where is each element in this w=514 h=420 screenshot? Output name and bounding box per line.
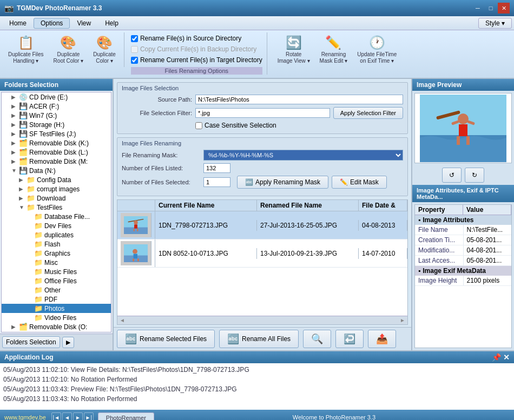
tree-item[interactable]: ▶💾ACER (F:) (2, 102, 111, 111)
extra-action-btn3[interactable]: 📤 (368, 330, 396, 348)
rotate-left-button[interactable]: ↺ (442, 168, 462, 183)
renaming-title: Image Files Renaming (122, 140, 403, 146)
minimize-button[interactable]: ─ (472, 3, 484, 14)
rotate-image-view-button[interactable]: 🔄 Rotate Image View ▾ (274, 32, 314, 67)
ribbon-group-tools: 🔄 Rotate Image View ▾ ✏️ Renaming Mask E… (274, 32, 405, 67)
update-filetime-button[interactable]: 🕐 Update FileTime on Exif Time ▾ (353, 32, 400, 67)
menu-options[interactable]: Options (34, 18, 70, 29)
tree-expander: ▶ (19, 195, 27, 201)
tree-item[interactable]: 📁Database File... (2, 212, 111, 221)
tree-item[interactable]: 📁PDF (2, 295, 111, 304)
tree-item[interactable]: 📁Dev Files (2, 221, 111, 230)
apply-filter-button[interactable]: Apply Selection Filter (333, 107, 403, 119)
collapse-icon-exif: ▪ (418, 267, 420, 275)
rename-target-checkbox-label[interactable]: Rename Current File(s) in Target Directo… (131, 55, 262, 65)
tree-item[interactable]: ▶📁Config Data (2, 175, 111, 184)
attributes-header: Image Attributes, Exif & IPTC MetaDa... (412, 185, 514, 202)
tree-item[interactable]: ▶🗂️Removable Disk (M: (2, 157, 111, 166)
case-sensitive-checkbox[interactable] (195, 122, 202, 129)
extra-action-btn1[interactable]: 🔍 (303, 330, 331, 348)
tree-item[interactable]: ▶💾Downloaded (Q:) (2, 331, 111, 332)
svg-rect-10 (134, 254, 137, 259)
style-button[interactable]: Style ▾ (478, 18, 512, 29)
tree-item-label: Config Data (37, 176, 71, 184)
apply-mask-button[interactable]: 🔤 Apply Renaming Mask (237, 176, 328, 189)
nav-next-button[interactable]: ► (73, 412, 83, 420)
file-table-body[interactable]: 1DN_7798-072713.JPG 27-Jul-2013-16-25-05… (117, 211, 407, 316)
rotate-right-button[interactable]: ↻ (465, 168, 484, 183)
files-selected-input[interactable] (203, 177, 230, 187)
tree-item-label: Other (44, 286, 61, 294)
tree-item[interactable]: 📁Photos (2, 304, 111, 313)
copy-backup-checkbox-label[interactable]: Copy Current File(s) in Backup Directory (131, 44, 262, 54)
attrs-group-exif: ▪ Image Exif MetaData (415, 266, 511, 276)
tree-item[interactable]: 📁Flash (2, 239, 111, 249)
filter-input[interactable] (195, 108, 330, 118)
property-col-header: Property (415, 205, 463, 215)
tree-item[interactable]: ▶🗂️Removable Disk (L:) (2, 148, 111, 157)
tree-item[interactable]: ▼📁TestFiles (2, 203, 111, 212)
tree-item[interactable]: 📁duplicates (2, 230, 111, 239)
mask-select[interactable]: %d-%b-%Y-%H-%M-%S (203, 150, 403, 161)
tree-item[interactable]: 📁Misc (2, 258, 111, 267)
copy-backup-checkbox[interactable] (131, 46, 138, 53)
tree-item[interactable]: ▶📁Download (2, 194, 111, 203)
folder-icon: 📁 (34, 295, 43, 303)
tree-item[interactable]: ▶📁corrupt images (2, 184, 111, 194)
table-row[interactable]: 1DN_7798-072713.JPG 27-Jul-2013-16-25-05… (117, 211, 407, 239)
rename-selected-button[interactable]: 🔤 Rename Selected Files (117, 330, 215, 348)
duplicate-files-icon: 📋 (18, 35, 34, 50)
extra-action-btn2[interactable]: ↩️ (335, 330, 364, 348)
sidebar-bottom: Folders Selection ▶ (0, 334, 113, 350)
website-link[interactable]: www.tgmdev.be (0, 414, 50, 420)
duplicate-files-button[interactable]: 📋 Duplicate Files Handling ▾ (4, 32, 48, 67)
tree-item[interactable]: ▶💾SF TestFiles (J:) (2, 129, 111, 138)
sidebar-nav-right[interactable]: ▶ (62, 337, 74, 348)
rename-source-checkbox[interactable] (131, 35, 138, 42)
folders-selection-btn[interactable]: Folders Selection (2, 336, 60, 348)
edit-mask-button[interactable]: ✏️ Edit Mask (332, 176, 387, 189)
tree-item-label: Music Files (44, 268, 77, 276)
nav-last-button[interactable]: ►| (84, 412, 94, 420)
tree-item[interactable]: ▶🗂️Removable Disk (K:) (2, 138, 111, 148)
rename-source-checkbox-label[interactable]: Rename File(s) in Source Directory (131, 34, 262, 43)
horizontal-scrollbar[interactable]: ◄ ► (117, 316, 407, 324)
tree-item[interactable]: ▶💾Storage (H:) (2, 120, 111, 129)
tree-item-label: SF TestFiles (J:) (29, 130, 76, 138)
close-button[interactable]: ✕ (498, 3, 510, 14)
rename-all-button[interactable]: 🔤 Rename All Files (219, 330, 299, 348)
menu-home[interactable]: Home (2, 18, 34, 29)
tree-item[interactable]: 📁Video Files (2, 313, 111, 322)
renaming-mask-edit-button[interactable]: ✏️ Renaming Mask Edit ▾ (316, 32, 352, 67)
tree-expander: ▶ (11, 158, 19, 164)
files-listed-input[interactable] (203, 163, 230, 173)
tree-item[interactable]: ▶💿CD Drive (E:) (2, 92, 111, 102)
menu-view[interactable]: View (70, 18, 98, 29)
table-row[interactable]: 1DN 8052-10-0713.JPG 13-Jul-2010-09-21-3… (117, 239, 407, 268)
duplicate-root-color-button[interactable]: 🎨 Duplicate Root Color ▾ (50, 32, 88, 67)
tree-item[interactable]: ▼💾Data (N:) (2, 166, 111, 175)
photo-renamer-tab[interactable]: PhotoRenamer (98, 412, 154, 421)
tree-item[interactable]: ▶💾Win7 (G:) (2, 111, 111, 120)
source-path-input[interactable] (195, 95, 403, 104)
folder-icon: 💾 (19, 111, 28, 119)
rename-target-checkbox[interactable] (131, 57, 138, 64)
tree-item[interactable]: 📁Graphics (2, 249, 111, 258)
rename-actions-row: 🔤 Rename Selected Files 🔤 Rename All Fil… (114, 327, 411, 350)
nav-first-button[interactable]: |◄ (51, 412, 61, 420)
maximize-button[interactable]: □ (485, 3, 497, 14)
folder-icon: 📁 (27, 185, 35, 193)
tree-item[interactable]: ▶🗂️Removable Disk (O: (2, 322, 111, 331)
nav-prev-button[interactable]: ◄ (62, 412, 72, 420)
source-path-label: Source Path: (122, 96, 192, 103)
case-sensitive-row: Case Sensitive Selection (195, 122, 403, 129)
duplicate-color-button[interactable]: 🎨 Duplicate Color ▾ (89, 32, 120, 67)
file-date: 14-07-2010 (359, 248, 407, 259)
folder-tree[interactable]: ▶💿CD Drive (E:)▶💾ACER (F:)▶💾Win7 (G:)▶💾S… (1, 92, 111, 332)
tree-item[interactable]: 📁Music Files (2, 267, 111, 276)
tree-item[interactable]: 📁Office Files (2, 276, 111, 285)
menu-help[interactable]: Help (98, 18, 126, 29)
app-icon: 📷 (4, 4, 14, 12)
tree-item[interactable]: 📁Other (2, 285, 111, 295)
file-current-name: 1DN_7798-072713.JPG (155, 220, 257, 231)
